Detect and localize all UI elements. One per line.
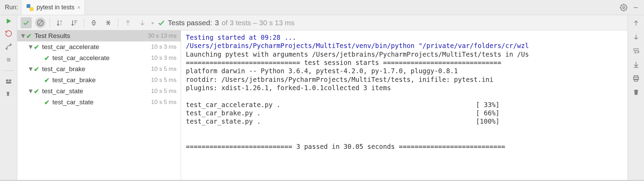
scroll-to-end-icon[interactable]	[632, 60, 641, 69]
chevron-down-icon[interactable]: ▼	[28, 43, 34, 51]
test-tree[interactable]: ▼ ✔ Test Results 30 s 13 ms ▼ ✔ test_car…	[17, 30, 181, 180]
minimize-icon[interactable]	[632, 4, 639, 11]
close-icon[interactable]: ×	[77, 4, 80, 11]
layout-icon[interactable]	[4, 77, 13, 86]
tree-label: test_car_accelerate	[52, 54, 110, 62]
chevron-down-icon[interactable]: ▼	[20, 32, 26, 40]
left-gutter	[0, 15, 17, 180]
tree-label: test_car_accelerate	[42, 43, 99, 51]
console-line: plugins: xdist-1.26.1, forked-1.0.1colle…	[186, 84, 391, 92]
svg-rect-3	[7, 58, 10, 62]
console-line: test_car_state.py .	[186, 117, 261, 125]
svg-text:a: a	[60, 20, 62, 23]
stop-button[interactable]	[4, 55, 13, 64]
svg-point-0	[623, 7, 625, 9]
console-line: platform darwin -- Python 3.6.4, pytest-…	[186, 67, 458, 75]
console-line: Launching pytest with arguments /Users/j…	[186, 50, 529, 58]
pin-icon[interactable]	[4, 90, 13, 99]
prev-icon[interactable]	[632, 19, 641, 28]
console-line: /Users/jetbrains/PycharmProjects/MultiTe…	[186, 42, 529, 49]
check-icon: ✔	[34, 87, 39, 95]
tree-time: 30 s 13 ms	[148, 32, 177, 39]
toggle-auto-test-icon[interactable]	[4, 42, 13, 51]
prev-failed-button[interactable]	[122, 17, 133, 28]
tree-time: 10 s 5 ms	[151, 88, 177, 95]
print-icon[interactable]	[632, 74, 641, 83]
check-icon: ✔	[34, 65, 39, 73]
next-icon[interactable]	[632, 32, 641, 41]
right-gutter	[627, 15, 644, 180]
tree-label: test_car_state	[42, 87, 83, 95]
console-line: Testing started at 09:28 ...	[186, 34, 296, 41]
tree-time: 10 s 5 ms	[151, 66, 177, 73]
show-passed-button[interactable]	[21, 17, 32, 28]
tree-item[interactable]: ✔ test_car_state 10 s 5 ms	[17, 97, 181, 108]
svg-text:z: z	[60, 23, 62, 26]
sort-duration-button[interactable]	[69, 17, 80, 28]
tree-item[interactable]: ▼ ✔ test_car_accelerate 10 s 3 ms	[17, 41, 181, 53]
tree-time: 10 s 5 ms	[151, 99, 177, 106]
trash-icon[interactable]	[632, 88, 641, 97]
tree-label: test_car_brake	[42, 65, 85, 73]
tree-time: 10 s 3 ms	[151, 44, 177, 50]
svg-line-8	[39, 21, 42, 25]
console-line: =========================== 3 passed in …	[186, 143, 505, 150]
tree-label: test_car_brake	[52, 76, 96, 84]
svg-rect-4	[6, 79, 8, 81]
console-line: rootdir: /Users/jetbrains/PycharmProject…	[186, 76, 493, 83]
check-icon: ✔	[44, 76, 50, 84]
check-icon: ✔	[44, 98, 50, 106]
svg-rect-6	[6, 82, 11, 84]
chevron-down-icon[interactable]: ▼	[28, 65, 34, 73]
test-toolbar: az » Tests passed: 3	[17, 15, 627, 30]
svg-rect-5	[9, 79, 11, 81]
tab-label: pytest in tests	[37, 4, 74, 11]
tree-time: 10 s 5 ms	[151, 77, 177, 84]
check-icon: ✔	[44, 54, 50, 62]
tree-time: 10 s 3 ms	[151, 55, 177, 61]
console-percent: [100%]	[476, 117, 500, 125]
console-percent: [ 33%]	[476, 101, 500, 109]
check-icon	[158, 19, 165, 27]
show-ignored-button[interactable]	[35, 18, 46, 28]
soft-wrap-icon[interactable]	[632, 46, 641, 55]
chevron-down-icon[interactable]: ▼	[28, 87, 34, 95]
tree-label: Test Results	[34, 32, 70, 40]
check-icon: ✔	[34, 43, 39, 51]
svg-marker-2	[7, 19, 11, 24]
tree-item[interactable]: ▼ ✔ test_car_state 10 s 5 ms	[17, 86, 181, 97]
console-percent: [ 66%]	[476, 109, 500, 117]
test-status-text: Tests passed: 3 of 3 tests – 30 s 13 ms	[158, 19, 294, 27]
python-icon	[26, 4, 34, 11]
next-failed-button[interactable]	[137, 17, 148, 28]
console-line: ============================= test sessi…	[186, 59, 501, 66]
debug-rerun-icon[interactable]	[4, 29, 13, 38]
expand-all-button[interactable]	[88, 17, 99, 28]
console-line: test_car_brake.py .	[186, 109, 261, 117]
tree-item[interactable]: ✔ test_car_brake 10 s 5 ms	[17, 75, 181, 86]
console-line: test_car_accelerate.py .	[186, 101, 281, 109]
sort-alpha-button[interactable]: az	[54, 17, 65, 28]
tree-root[interactable]: ▼ ✔ Test Results 30 s 13 ms	[17, 30, 181, 41]
tree-label: test_car_state	[52, 98, 93, 106]
gear-icon[interactable]	[620, 4, 627, 11]
run-button[interactable]	[5, 17, 12, 25]
console-output[interactable]: Testing started at 09:28 ... /Users/jetb…	[181, 30, 627, 180]
tree-item[interactable]: ▼ ✔ test_car_brake 10 s 5 ms	[17, 64, 181, 75]
check-icon: ✔	[26, 32, 32, 40]
run-label: Run:	[0, 4, 22, 11]
more-actions-chevron[interactable]: »	[151, 20, 154, 26]
tree-item[interactable]: ✔ test_car_accelerate 10 s 3 ms	[17, 53, 181, 64]
run-panel-header: Run: pytest in tests ×	[0, 0, 644, 15]
run-config-tab[interactable]: pytest in tests ×	[22, 0, 85, 15]
collapse-all-button[interactable]	[103, 17, 114, 28]
